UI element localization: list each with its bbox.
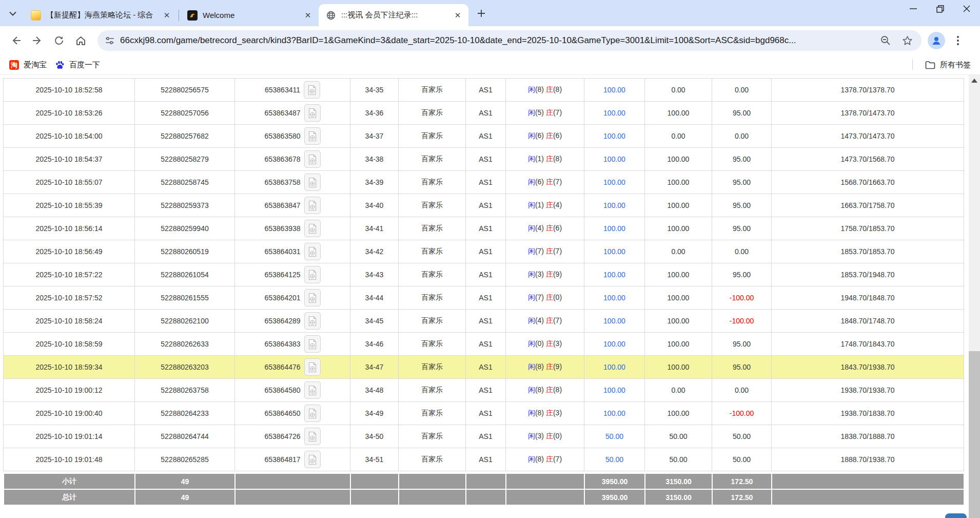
video-replay-icon xyxy=(308,362,317,373)
cell-bet-amount[interactable]: 50.00 xyxy=(584,448,645,471)
cell-bet-amount[interactable]: 100.00 xyxy=(584,240,645,263)
cell-round-no: 34-37 xyxy=(350,125,399,148)
restore-button[interactable] xyxy=(927,0,953,17)
minimize-button[interactable] xyxy=(900,0,927,17)
cell-win-loss: 50.00 xyxy=(712,425,772,448)
cell-table-name: AS1 xyxy=(466,148,506,171)
tab-welcome[interactable]: Welcome ✕ xyxy=(180,4,319,26)
cell-bet-amount[interactable]: 50.00 xyxy=(584,425,645,448)
video-replay-button[interactable] xyxy=(304,81,320,99)
tab-close-icon[interactable]: ✕ xyxy=(302,10,313,21)
cell-bet-amount[interactable]: 100.00 xyxy=(584,102,645,125)
cell-bet-amount[interactable]: 100.00 xyxy=(584,148,645,171)
cell-game-name: 百家乐 xyxy=(399,194,466,217)
video-replay-button[interactable] xyxy=(304,289,321,306)
video-replay-button[interactable] xyxy=(304,358,321,376)
forward-arrow-icon xyxy=(32,35,43,46)
video-replay-icon xyxy=(307,85,317,95)
cell-bet-amount[interactable]: 100.00 xyxy=(584,402,645,425)
bookmark-star-button[interactable] xyxy=(899,32,915,49)
video-replay-icon xyxy=(308,177,317,188)
tab-search-button[interactable] xyxy=(4,5,22,22)
cell-bet-amount[interactable]: 100.00 xyxy=(584,310,645,333)
address-bar[interactable]: 66cxkj98.com/game/betrecord_search/kind3… xyxy=(97,30,922,51)
bookmark-aitaobao[interactable]: 淘 爱淘宝 xyxy=(5,59,51,71)
restore-icon xyxy=(936,5,944,13)
cell-bet-amount[interactable]: 100.00 xyxy=(584,217,645,240)
video-replay-button[interactable] xyxy=(304,428,321,445)
cell-win-loss: 0.00 xyxy=(712,240,772,263)
cell-bet-amount[interactable]: 100.00 xyxy=(584,333,645,356)
cell-valid-amount: 100.00 xyxy=(645,148,712,171)
cell-bet-amount[interactable]: 100.00 xyxy=(584,171,645,194)
summary-count: 49 xyxy=(135,489,235,505)
tab-bet-record[interactable]: :::视讯 会员下注纪录::: ✕ xyxy=(319,4,468,26)
profile-avatar-button[interactable] xyxy=(928,32,945,49)
zoom-page-button[interactable] xyxy=(877,32,894,49)
browser-menu-button[interactable] xyxy=(949,32,967,49)
new-tab-button[interactable] xyxy=(474,6,489,21)
cell-bet-amount[interactable]: 100.00 xyxy=(584,379,645,402)
video-replay-icon xyxy=(308,431,317,442)
cell-round-id: 653864125 xyxy=(235,263,350,286)
summary-bet-total: 3950.00 xyxy=(584,489,645,505)
cell-table-name: AS1 xyxy=(466,310,506,333)
cell-table-name: AS1 xyxy=(466,125,506,148)
scrollbar-thumb[interactable] xyxy=(969,351,980,518)
summary-row: 总计493950.003150.00172.50 xyxy=(4,489,964,505)
cell-valid-amount: 100.00 xyxy=(645,263,712,286)
video-replay-icon xyxy=(308,270,317,280)
video-replay-button[interactable] xyxy=(304,127,321,145)
page-scrollbar[interactable] xyxy=(969,75,980,518)
bookmark-label: 百度一下 xyxy=(69,60,100,70)
cell-bet-amount[interactable]: 100.00 xyxy=(584,263,645,286)
video-replay-button[interactable] xyxy=(304,381,321,399)
video-replay-button[interactable] xyxy=(304,266,321,283)
cell-game-name: 百家乐 xyxy=(399,148,466,171)
table-row: 2025-10-10 18:56:49522880260519653864031… xyxy=(4,240,964,263)
page-content: 2025-10-10 18:52:58522880256575653863411… xyxy=(0,75,980,518)
cell-bet-amount[interactable]: 100.00 xyxy=(584,194,645,217)
cell-bet-time: 2025-10-10 19:01:48 xyxy=(4,448,135,471)
video-replay-button[interactable] xyxy=(304,150,321,168)
cell-bet-amount[interactable]: 100.00 xyxy=(584,79,645,102)
cell-bet-amount[interactable]: 100.00 xyxy=(584,356,645,379)
video-replay-button[interactable] xyxy=(304,451,321,468)
forward-button[interactable] xyxy=(27,30,48,51)
video-replay-button[interactable] xyxy=(304,405,321,422)
tab-forum[interactable]: 【新提醒】海燕策略论坛 - 综合 ✕ xyxy=(24,4,178,26)
video-replay-button[interactable] xyxy=(304,220,321,237)
tab-close-icon[interactable]: ✕ xyxy=(161,10,172,21)
cell-bet-amount[interactable]: 100.00 xyxy=(584,125,645,148)
video-replay-button[interactable] xyxy=(304,335,321,353)
floating-widget[interactable] xyxy=(945,513,967,518)
back-button[interactable] xyxy=(5,30,27,51)
tab-close-icon[interactable]: ✕ xyxy=(452,10,463,21)
cell-table-name: AS1 xyxy=(466,194,506,217)
all-bookmarks-button[interactable]: 所有书签 xyxy=(921,59,975,71)
close-window-button[interactable] xyxy=(953,0,980,17)
video-replay-icon xyxy=(308,293,317,303)
cell-round-id: 653864289 xyxy=(235,310,350,333)
summary-valid-total: 3150.00 xyxy=(645,489,712,505)
home-button[interactable] xyxy=(70,30,91,51)
video-replay-button[interactable] xyxy=(304,197,321,214)
video-replay-icon xyxy=(308,131,317,142)
cell-bet-id: 522880258745 xyxy=(135,171,235,194)
cell-bet-time: 2025-10-10 18:54:37 xyxy=(4,148,135,171)
video-replay-button[interactable] xyxy=(304,104,321,122)
reload-button[interactable] xyxy=(48,30,70,51)
video-replay-button[interactable] xyxy=(304,243,321,260)
video-replay-button[interactable] xyxy=(304,312,321,330)
cell-bet-id: 522880264233 xyxy=(135,402,235,425)
url-text[interactable]: 66cxkj98.com/game/betrecord_search/kind3… xyxy=(120,35,872,46)
cell-valid-amount: 100.00 xyxy=(645,333,712,356)
video-replay-button[interactable] xyxy=(304,174,321,191)
cell-bet-amount[interactable]: 100.00 xyxy=(584,286,645,310)
summary-label: 总计 xyxy=(4,489,135,505)
cell-bet-id: 522880258279 xyxy=(135,148,235,171)
cell-table-name: AS1 xyxy=(466,425,506,448)
bookmark-baidu[interactable]: 百度一下 xyxy=(51,59,104,71)
cell-bet-id: 522880259940 xyxy=(135,217,235,240)
scroll-up-arrow-icon[interactable] xyxy=(971,79,977,83)
